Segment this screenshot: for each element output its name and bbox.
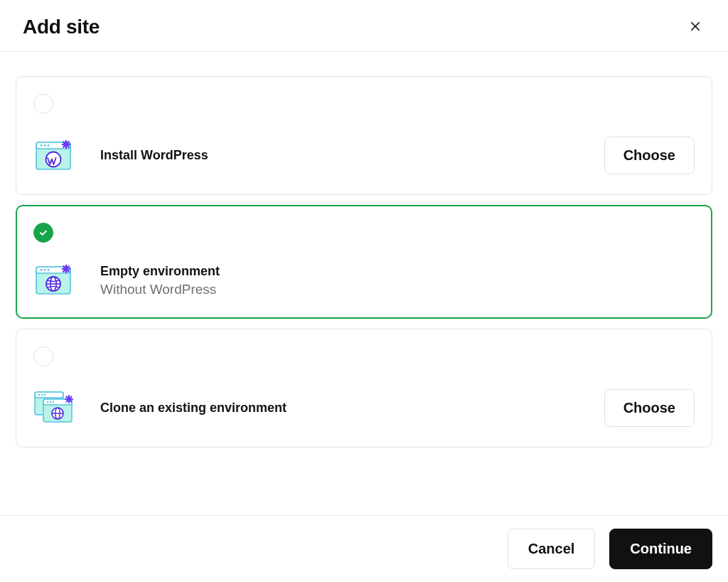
svg-point-31 (47, 401, 48, 402)
svg-point-27 (41, 393, 43, 395)
modal-footer: Cancel Continue (0, 515, 728, 582)
option-title: Install WordPress (100, 148, 580, 163)
option-empty-environment[interactable]: Empty environment Without WordPress (16, 205, 712, 319)
option-install-wordpress[interactable]: Install WordPress Choose (16, 76, 712, 195)
choose-button[interactable]: Choose (604, 137, 695, 174)
svg-point-33 (53, 401, 54, 402)
svg-point-26 (38, 393, 40, 395)
svg-point-14 (41, 269, 43, 271)
modal-header: Add site (0, 0, 728, 52)
browser-wordpress-icon (33, 138, 76, 174)
modal-title: Add site (23, 16, 100, 38)
option-row: Install WordPress Choose (33, 137, 695, 174)
modal-body: Install WordPress Choose (0, 52, 728, 515)
svg-point-32 (50, 401, 51, 402)
browser-clone-icon (33, 391, 76, 426)
svg-point-6 (48, 144, 50, 147)
svg-point-28 (44, 393, 46, 395)
svg-point-5 (44, 144, 46, 147)
option-text: Clone an existing environment (100, 401, 580, 416)
close-icon (689, 20, 702, 35)
close-button[interactable] (685, 17, 705, 37)
option-row: Clone an existing environment Choose (33, 389, 695, 427)
svg-point-4 (41, 144, 43, 147)
add-site-modal: Add site (0, 0, 728, 582)
option-text: Install WordPress (100, 148, 580, 163)
browser-globe-icon (33, 263, 76, 298)
cancel-button[interactable]: Cancel (508, 529, 596, 569)
radio-icon (33, 346, 53, 366)
radio-icon (33, 94, 53, 114)
option-row: Empty environment Without WordPress (33, 263, 695, 298)
option-clone-environment[interactable]: Clone an existing environment Choose (16, 329, 712, 448)
option-subtitle: Without WordPress (100, 282, 695, 297)
svg-point-15 (44, 269, 46, 271)
radio-checked-icon (33, 223, 53, 243)
continue-button[interactable]: Continue (609, 529, 712, 569)
option-text: Empty environment Without WordPress (100, 264, 695, 297)
option-title: Empty environment (100, 264, 695, 279)
svg-point-16 (48, 269, 50, 271)
choose-button[interactable]: Choose (604, 389, 695, 427)
option-title: Clone an existing environment (100, 401, 580, 416)
